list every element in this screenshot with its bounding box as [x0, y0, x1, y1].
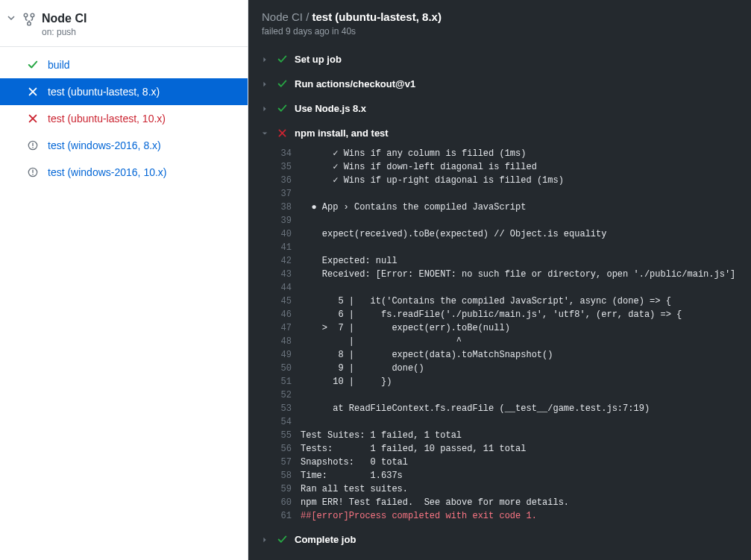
log-line[interactable]: 38 ● App › Contains the compiled JavaScr… [248, 201, 751, 214]
step-status-icon [277, 128, 287, 138]
log-line[interactable]: 54 [248, 415, 751, 429]
job-label: test (windows-2016, 8.x) [48, 139, 161, 151]
line-number: 35 [278, 160, 301, 174]
line-content: 9 | done() [301, 362, 424, 375]
log-line[interactable]: 58Time: 1.637s [248, 469, 751, 482]
step-status-icon [277, 54, 287, 64]
log-line[interactable]: 42 Expected: null [248, 254, 751, 268]
line-number: 61 [278, 509, 301, 523]
step-title: Set up job [295, 54, 342, 65]
workflow-header: Node CI on: push [0, 0, 248, 46]
line-content: | ^ [301, 335, 462, 348]
line-content: ##[error]Process completed with exit cod… [301, 509, 537, 523]
step-status-icon [277, 104, 287, 113]
log-line[interactable]: 36 ✓ Wins if up-right diagonal is filled… [248, 174, 751, 187]
svg-rect-7 [32, 170, 33, 173]
workflow-title: Node CI [42, 12, 87, 25]
job-label: test (ubuntu-lastest, 10.x) [48, 113, 166, 125]
log-line[interactable]: 61##[error]Process completed with exit c… [248, 509, 751, 523]
line-number: 51 [278, 375, 301, 388]
log-line[interactable]: 48 | ^ [248, 335, 751, 348]
line-number: 54 [278, 415, 301, 429]
line-number: 43 [278, 268, 301, 281]
line-content: 5 | it('Contains the compiled JavaScript… [301, 295, 671, 308]
line-content: Test Suites: 1 failed, 1 total [301, 429, 462, 442]
line-number: 60 [278, 496, 301, 509]
line-content: Expected: null [301, 254, 398, 268]
job-status-icon [27, 167, 39, 177]
svg-rect-8 [32, 174, 33, 174]
line-number: 58 [278, 469, 301, 482]
step-list: Set up jobRun actions/checkout@v1Use Nod… [248, 43, 751, 560]
sidebar-job-item[interactable]: build [0, 51, 248, 78]
log-line[interactable]: 46 6 | fs.readFile('./public/main.js', '… [248, 308, 751, 321]
workflow-subtitle: on: push [42, 27, 87, 37]
log-line[interactable]: 57Snapshots: 0 total [248, 456, 751, 469]
step-log: 34 ✓ Wins if any column is filled (1ms)3… [248, 145, 751, 527]
line-number: 48 [278, 335, 301, 348]
line-number: 41 [278, 241, 301, 254]
log-line[interactable]: 39 [248, 214, 751, 227]
job-status-icon [27, 86, 39, 97]
log-line[interactable]: 60npm ERR! Test failed. See above for mo… [248, 496, 751, 509]
svg-rect-5 [32, 147, 33, 148]
log-line[interactable]: 45 5 | it('Contains the compiled JavaScr… [248, 295, 751, 308]
log-line[interactable]: 37 [248, 187, 751, 201]
chevron-right-icon [262, 537, 269, 543]
log-line[interactable]: 43 Received: [Error: ENOENT: no such fil… [248, 268, 751, 281]
line-number: 38 [278, 201, 301, 214]
chevron-right-icon [262, 81, 269, 87]
sidebar-job-item[interactable]: test (ubuntu-lastest, 10.x) [0, 105, 248, 132]
log-line[interactable]: 35 ✓ Wins if down-left diagonal is fille… [248, 160, 751, 174]
job-status-icon [27, 60, 39, 70]
line-content: ✓ Wins if down-left diagonal is filled [301, 160, 537, 174]
log-line[interactable]: 50 9 | done() [248, 362, 751, 375]
line-number: 42 [278, 254, 301, 268]
workflow-sidebar: Node CI on: push buildtest (ubuntu-laste… [0, 0, 248, 560]
line-number: 46 [278, 308, 301, 321]
line-content: Time: 1.637s [301, 469, 403, 482]
log-line[interactable]: 49 8 | expect(data).toMatchSnapshot() [248, 348, 751, 362]
step-title: Use Node.js 8.x [295, 103, 366, 114]
log-line[interactable]: 40 expect(received).toBe(expected) // Ob… [248, 227, 751, 241]
step-status-icon [277, 79, 287, 89]
log-line[interactable]: 53 at ReadFileContext.fs.readFile (__tes… [248, 402, 751, 415]
log-line[interactable]: 56Tests: 1 failed, 10 passed, 11 total [248, 442, 751, 456]
step-header[interactable]: npm install, and test [248, 121, 751, 145]
log-line[interactable]: 47 > 7 | expect(err).toBe(null) [248, 321, 751, 335]
collapse-icon[interactable] [6, 12, 16, 22]
line-number: 40 [278, 227, 301, 241]
step-header[interactable]: Complete job [248, 527, 751, 552]
log-line[interactable]: 59Ran all test suites. [248, 482, 751, 496]
step-header[interactable]: Run actions/checkout@v1 [248, 72, 751, 96]
step-title: npm install, and test [295, 128, 389, 139]
line-number: 52 [278, 388, 301, 402]
svg-point-2 [28, 22, 31, 25]
line-content: npm ERR! Test failed. See above for more… [301, 496, 569, 509]
line-number: 56 [278, 442, 301, 456]
line-content: 8 | expect(data).toMatchSnapshot() [301, 348, 553, 362]
step-header[interactable]: Use Node.js 8.x [248, 96, 751, 121]
log-line[interactable]: 41 [248, 241, 751, 254]
sidebar-job-item[interactable]: test (ubuntu-lastest, 8.x) [0, 78, 248, 105]
job-list: buildtest (ubuntu-lastest, 8.x)test (ubu… [0, 46, 248, 190]
workflow-icon [22, 12, 36, 28]
log-line[interactable]: 51 10 | }) [248, 375, 751, 388]
step-header[interactable]: Set up job [248, 47, 751, 72]
line-content: Received: [Error: ENOENT: no such file o… [301, 268, 735, 281]
line-number: 50 [278, 362, 301, 375]
breadcrumb-root[interactable]: Node CI / [262, 10, 312, 23]
sidebar-job-item[interactable]: test (windows-2016, 8.x) [0, 132, 248, 159]
sidebar-job-item[interactable]: test (windows-2016, 10.x) [0, 159, 248, 186]
line-number: 39 [278, 214, 301, 227]
line-number: 34 [278, 147, 301, 160]
log-line[interactable]: 44 [248, 281, 751, 295]
log-line[interactable]: 34 ✓ Wins if any column is filled (1ms) [248, 147, 751, 160]
line-content: ✓ Wins if any column is filled (1ms) [301, 147, 526, 160]
line-number: 45 [278, 295, 301, 308]
log-line[interactable]: 55Test Suites: 1 failed, 1 total [248, 429, 751, 442]
run-title: Node CI / test (ubuntu-lastest, 8.x) [262, 10, 738, 23]
log-line[interactable]: 52 [248, 388, 751, 402]
step-title: Run actions/checkout@v1 [295, 78, 415, 89]
run-header: Node CI / test (ubuntu-lastest, 8.x) fai… [248, 0, 751, 43]
